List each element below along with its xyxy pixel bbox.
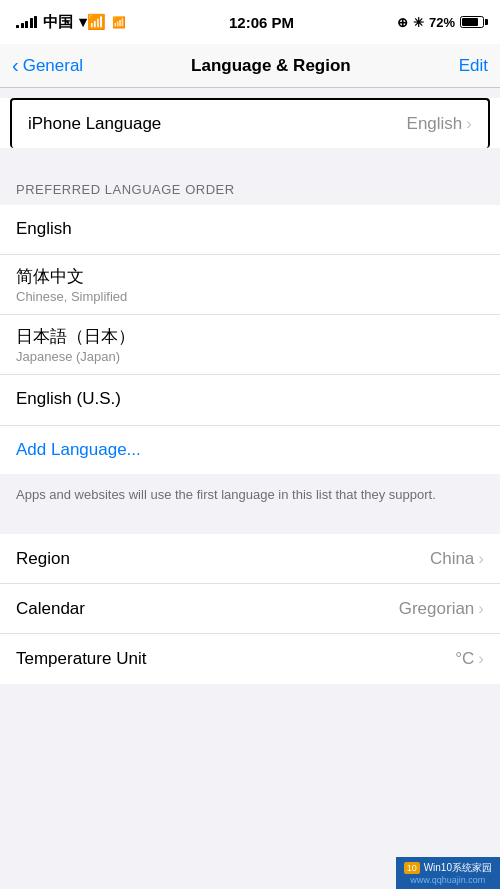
list-item[interactable]: 简体中文 Chinese, Simplified [0,255,500,315]
add-language-label: Add Language... [16,440,141,459]
carrier-name: 中国 [43,13,73,32]
region-section: Region China › Calendar Gregorian › Temp… [0,534,500,684]
info-text: Apps and websites will use the first lan… [0,474,500,516]
status-time: 12:06 PM [229,14,294,31]
watermark-badge: 10 [404,862,420,874]
temperature-value: °C [455,649,474,669]
list-item[interactable]: English [0,205,500,255]
language-sub-japanese: Japanese (Japan) [16,349,484,364]
separator-1 [0,148,500,166]
list-item[interactable]: 日本語（日本） Japanese (Japan) [0,315,500,375]
list-item[interactable]: English (U.S.) [0,375,500,425]
region-value-container: China › [430,549,484,569]
preferred-language-section: PREFERRED LANGUAGE ORDER English 简体中文 Ch… [0,166,500,474]
language-sub-chinese: Chinese, Simplified [16,289,484,304]
battery-icon [460,16,484,28]
language-name-chinese: 简体中文 [16,265,484,288]
temperature-chevron-icon: › [478,649,484,669]
carrier-signal [16,14,37,31]
temperature-row[interactable]: Temperature Unit °C › [0,634,500,684]
region-value: China [430,549,474,569]
language-name-english-us: English (U.S.) [16,389,484,409]
region-chevron-icon: › [478,549,484,569]
edit-button[interactable]: Edit [459,56,488,76]
iphone-language-label: iPhone Language [28,114,161,134]
calendar-chevron-icon: › [478,599,484,619]
location-icon: ⊕ [397,15,408,30]
add-language-row[interactable]: Add Language... [0,425,500,474]
language-name-english: English [16,219,484,239]
page-title: Language & Region [191,56,351,76]
nav-bar: ‹ General Language & Region Edit [0,44,500,88]
calendar-value-container: Gregorian › [399,599,484,619]
back-chevron-icon: ‹ [12,54,19,77]
region-label: Region [16,549,70,569]
temperature-value-container: °C › [455,649,484,669]
status-right: ⊕ ✳ 72% [397,15,484,30]
temperature-label: Temperature Unit [16,649,146,669]
calendar-row[interactable]: Calendar Gregorian › [0,584,500,634]
separator-2 [0,516,500,534]
iphone-language-chevron-icon: › [466,114,472,134]
calendar-label: Calendar [16,599,85,619]
status-left: 中国 ▾📶 📶 [16,13,126,32]
preferred-language-header: PREFERRED LANGUAGE ORDER [0,166,500,205]
status-bar: 中国 ▾📶 📶 12:06 PM ⊕ ✳ 72% [0,0,500,44]
iphone-language-value: English [407,114,463,134]
watermark-text-2: www.qqhuajin.com [410,875,485,885]
battery-percent: 72% [429,15,455,30]
back-button[interactable]: ‹ General [12,54,83,77]
wifi-icon: ▾📶 [79,13,106,31]
language-name-japanese: 日本語（日本） [16,325,484,348]
iphone-language-row[interactable]: iPhone Language English › [10,98,490,148]
iphone-language-value-container: English › [407,114,472,134]
watermark-text-1: Win10系统家园 [424,861,492,875]
calendar-value: Gregorian [399,599,475,619]
bluetooth-icon: ✳ [413,15,424,30]
back-label: General [23,56,83,76]
watermark: 10 Win10系统家园 www.qqhuajin.com [396,857,500,889]
region-row[interactable]: Region China › [0,534,500,584]
